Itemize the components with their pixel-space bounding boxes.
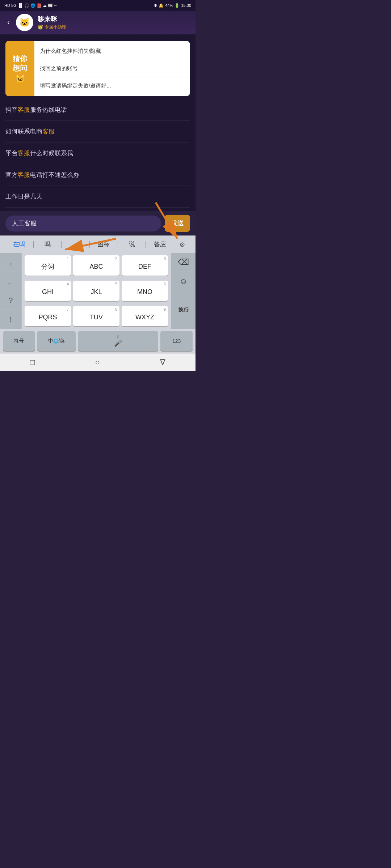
punct-period[interactable]: 。	[0, 272, 21, 291]
msg4-highlight: 客服	[18, 171, 30, 178]
mic-icon: 🎤	[114, 339, 122, 347]
right-column: ⌫ ☺ 换行	[171, 253, 196, 329]
backspace-key[interactable]: ⌫	[171, 253, 196, 272]
chat-area: 猜你想问 🐱 为什么红包挂件消失/隐藏 找回之前的账号 填写邀请码绑定失败/邀请…	[0, 34, 196, 211]
pred-word-3[interactable]: 。	[62, 239, 89, 250]
status-hd: HD	[4, 3, 10, 8]
message-item-2[interactable]: 如何联系电商客服	[5, 121, 190, 142]
msg3-text1: 平台	[5, 150, 18, 157]
key-label-tuv: TUV	[90, 314, 103, 321]
pred-word-5[interactable]: 说	[118, 239, 146, 250]
book-icon: 📕	[37, 3, 42, 8]
pred-delete-button[interactable]: ⊗	[174, 241, 190, 248]
msg2-text1: 如何联系电商	[5, 128, 42, 135]
key-label-jkl: JKL	[91, 288, 102, 296]
news-icon: 📰	[48, 3, 53, 8]
key-label-abc: ABC	[89, 263, 103, 271]
key-7-pqrs[interactable]: 7 PQRS	[25, 306, 71, 326]
cloud-icon: ☁	[43, 3, 47, 8]
msg3-text2: 什么时候联系我	[30, 150, 73, 157]
keyboard-main: ， 。 ？ ！ 1 分词 2 ABC 3 DEF	[0, 253, 196, 329]
key-4-ghi[interactable]: 4 GHI	[25, 281, 71, 301]
msg5-text: 工作日是几天	[5, 193, 42, 200]
headphone-icon: 🎧	[24, 3, 29, 8]
keyboard-row-3: 7 PQRS 8 TUV 9 WXYZ	[22, 303, 171, 329]
suggestion-label: 猜你想问 🐱	[5, 41, 34, 96]
nav-circle[interactable]: ○	[95, 358, 100, 367]
suggestion-card: 猜你想问 🐱 为什么红包挂件消失/隐藏 找回之前的账号 填写邀请码绑定失败/邀请…	[5, 41, 190, 96]
more-icon: ···	[54, 3, 57, 8]
keyboard-row-2: 4 GHI 5 JKL 6 MNO	[22, 278, 171, 303]
space-key-num: 0	[117, 335, 119, 339]
key-label-wxyz: WXYZ	[135, 314, 154, 321]
bot-name: 哆来咪	[38, 15, 190, 24]
suggestion-item-2[interactable]: 找回之前的账号	[34, 60, 190, 77]
key-num-6: 6	[164, 282, 166, 286]
status-bar: HD 5G ▐▌ 🎧 🌐 📕 ☁ 📰 ··· ✱ 🔔 44% 🔋 15:30	[0, 0, 196, 11]
avatar: 🐱	[16, 14, 33, 31]
msg2-highlight: 客服	[42, 128, 55, 135]
key-label-fenci: 分词	[41, 262, 54, 271]
emoji-key[interactable]: ☺	[171, 272, 196, 291]
punct-column: ， 。 ？ ！	[0, 253, 22, 329]
key-num-5: 5	[115, 282, 117, 286]
message-input[interactable]	[5, 216, 161, 231]
clock: 15:30	[181, 3, 191, 8]
msg3-highlight: 客服	[18, 150, 30, 157]
suggestion-list: 为什么红包挂件消失/隐藏 找回之前的账号 填写邀请码绑定失败/邀请好...	[34, 41, 190, 96]
pred-word-1[interactable]: 在吗	[5, 239, 33, 250]
main-keys: 1 分词 2 ABC 3 DEF 4 GHI 5	[22, 253, 171, 329]
message-list: 抖音客服服务热线电话 如何联系电商客服 平台客服什么时候联系我 官方客服电话打不…	[0, 99, 196, 208]
message-item-1[interactable]: 抖音客服服务热线电话	[5, 99, 190, 121]
keyboard-bottom-row: 符号 中🌐/英 0 🎤 123	[0, 329, 196, 353]
punct-comma[interactable]: ，	[0, 253, 21, 272]
browser-icon: 🌐	[30, 3, 35, 8]
header-subtitle: 👑 专属小助理	[38, 24, 190, 30]
nums-key[interactable]: 123	[160, 331, 193, 351]
message-item-5[interactable]: 工作日是几天	[5, 186, 190, 208]
key-6-mno[interactable]: 6 MNO	[122, 281, 168, 301]
input-area: 发送	[0, 211, 196, 235]
space-key[interactable]: 0 🎤	[78, 331, 158, 351]
nav-triangle[interactable]: ∇	[160, 358, 165, 367]
key-2-abc[interactable]: 2 ABC	[73, 255, 119, 276]
key-num-9: 9	[164, 307, 166, 311]
pred-word-2[interactable]: 吗	[34, 239, 62, 250]
header-info: 哆来咪 👑 专属小助理	[38, 15, 190, 30]
key-9-wxyz[interactable]: 9 WXYZ	[122, 306, 168, 326]
fuhao-key[interactable]: 符号	[3, 331, 35, 351]
pred-word-6[interactable]: 答应	[146, 239, 174, 250]
key-3-def[interactable]: 3 DEF	[122, 255, 168, 276]
key-num-4: 4	[67, 282, 69, 286]
bottom-nav: □ ○ ∇	[0, 353, 196, 371]
key-label-pqrs: PQRS	[38, 314, 57, 321]
nav-square[interactable]: □	[30, 358, 35, 367]
suggestion-item-1[interactable]: 为什么红包挂件消失/隐藏	[34, 43, 190, 60]
key-num-8: 8	[115, 307, 117, 311]
key-num-1: 1	[67, 257, 69, 261]
key-5-jkl[interactable]: 5 JKL	[73, 281, 119, 301]
punct-exclaim[interactable]: ！	[0, 310, 21, 329]
key-1-fenci[interactable]: 1 分词	[25, 255, 71, 276]
key-num-7: 7	[67, 307, 69, 311]
message-item-4[interactable]: 官方客服电话打不通怎么办	[5, 164, 190, 186]
lang-switch-key[interactable]: 中🌐/英	[37, 331, 76, 351]
crown-icon: 👑	[38, 25, 43, 30]
key-8-tuv[interactable]: 8 TUV	[73, 306, 119, 326]
enter-key[interactable]: 换行	[171, 291, 196, 329]
bluetooth-icon: ✱	[154, 3, 157, 8]
keyboard-row-1: 1 分词 2 ABC 3 DEF	[22, 253, 171, 278]
message-item-3[interactable]: 平台客服什么时候联系我	[5, 142, 190, 164]
battery-icon: 🔋	[175, 3, 180, 8]
keyboard: ， 。 ？ ！ 1 分词 2 ABC 3 DEF	[0, 253, 196, 353]
cat-emoji: 🐱	[15, 74, 25, 84]
msg1-text2: 服务热线电话	[30, 106, 67, 113]
msg1-text1: 抖音	[5, 106, 18, 113]
pred-word-4[interactable]: 图标	[90, 239, 118, 250]
back-button[interactable]: ‹	[5, 16, 12, 29]
punct-question[interactable]: ？	[0, 291, 21, 310]
suggestion-item-3[interactable]: 填写邀请码绑定失败/邀请好...	[34, 77, 190, 94]
send-button[interactable]: 发送	[165, 215, 190, 232]
status-5g: 5G	[11, 3, 17, 8]
key-label-def: DEF	[138, 263, 151, 271]
